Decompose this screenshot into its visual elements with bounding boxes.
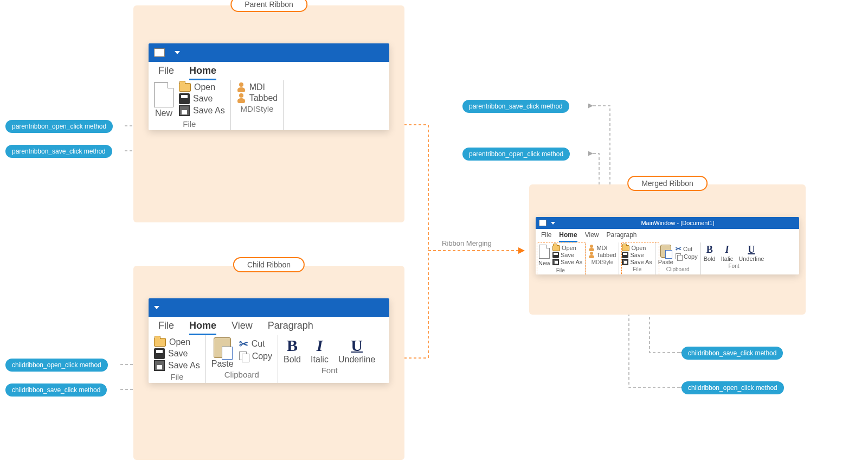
folder-icon [179, 83, 191, 92]
paste-button[interactable]: Paste [658, 245, 673, 265]
group-label-font: Font [729, 263, 740, 269]
merged-ribbon-titlebar: MainWindow - [Document1] [536, 217, 799, 229]
new-button[interactable]: New [538, 245, 550, 266]
pill-merged-parent-save: parentribbon_save_click method [462, 100, 569, 113]
cut-icon: ✂ [239, 337, 248, 350]
tabbed-button[interactable]: Tabbed [236, 93, 278, 103]
merged-title-badge: Merged Ribbon [627, 176, 708, 191]
tab-paragraph[interactable]: Paragraph [606, 231, 636, 242]
paste-button[interactable]: Paste [211, 337, 234, 369]
underline-icon: U [351, 337, 363, 354]
tab-view[interactable]: View [232, 320, 253, 335]
saveas-label: Save As [193, 106, 225, 116]
group-label-font: Font [322, 366, 338, 375]
open-label: Open [631, 245, 646, 251]
cut-button[interactable]: ✂ Cut [676, 245, 698, 253]
parent-group-file: New Open Save Save As [149, 80, 230, 130]
cut-button[interactable]: ✂ Cut [239, 337, 272, 350]
underline-button[interactable]: U Underline [738, 245, 764, 262]
mdi-button[interactable]: MDI [588, 245, 616, 251]
tab-file[interactable]: File [541, 231, 551, 242]
saveas-button[interactable]: Save As [552, 259, 582, 265]
open-button[interactable]: Open [622, 245, 652, 251]
italic-label: Italic [311, 355, 329, 365]
pill-child-save: childribbon_save_click method [5, 383, 107, 397]
app-icon [154, 48, 165, 57]
cut-label: Cut [683, 246, 692, 252]
mdi-button[interactable]: MDI [236, 82, 278, 92]
parent-ribbon-titlebar [149, 43, 389, 62]
tab-file[interactable]: File [158, 65, 174, 80]
merge-arrow-label: Ribbon Merging [442, 239, 492, 247]
mdi-label: MDI [249, 82, 265, 92]
tabbed-button[interactable]: Tabbed [588, 252, 616, 258]
italic-label: Italic [721, 255, 734, 262]
group-label-clipboard: Clipboard [666, 266, 690, 272]
group-label-file: File [170, 372, 183, 381]
italic-button[interactable]: I Italic [721, 245, 734, 262]
child-group-clipboard: Paste ✂ Cut Copy Clipboard [205, 335, 278, 383]
copy-button[interactable]: Copy [676, 253, 698, 260]
save-button[interactable]: Save [179, 93, 225, 104]
underline-button[interactable]: U Underline [338, 337, 375, 365]
qat-dropdown-icon[interactable] [175, 51, 180, 54]
open-label: Open [169, 337, 190, 347]
italic-icon: I [725, 245, 729, 254]
tabbed-label: Tabbed [596, 252, 616, 258]
new-document-icon [539, 245, 550, 259]
tab-home[interactable]: Home [189, 320, 216, 335]
pill-merged-child-open: childribbon_open_click method [681, 381, 784, 394]
group-label-file: File [556, 267, 565, 273]
folder-icon [552, 245, 560, 251]
save-button[interactable]: Save [552, 252, 582, 258]
bold-button[interactable]: B Bold [284, 337, 301, 365]
saveas-button[interactable]: Save As [622, 259, 652, 265]
user-icon [588, 245, 595, 251]
underline-icon: U [748, 245, 755, 254]
tab-view[interactable]: View [585, 231, 599, 242]
merged-panel: Merged Ribbon MainWindow - [Document1] F… [529, 184, 806, 315]
save-icon [622, 252, 628, 258]
open-button[interactable]: Open [179, 82, 225, 92]
copy-button[interactable]: Copy [239, 351, 272, 361]
open-label: Open [562, 245, 576, 251]
qat-dropdown-icon[interactable] [551, 222, 555, 225]
tab-home[interactable]: Home [559, 231, 577, 242]
saveas-label: Save As [630, 259, 652, 265]
save-button[interactable]: Save [622, 252, 652, 258]
merged-ribbon: MainWindow - [Document1] File Home View … [536, 217, 799, 274]
tab-paragraph[interactable]: Paragraph [268, 320, 313, 335]
pill-child-open: childribbon_open_click method [5, 359, 108, 372]
save-label: Save [561, 252, 574, 258]
italic-button[interactable]: I Italic [311, 337, 329, 365]
tab-home[interactable]: Home [189, 65, 216, 80]
saveas-button[interactable]: Save As [179, 105, 225, 116]
child-group-file: Open Save Save As File [149, 335, 205, 383]
saveas-icon [179, 105, 190, 116]
open-button[interactable]: Open [154, 337, 200, 347]
save-icon [179, 93, 190, 104]
user-icon [236, 82, 246, 92]
pill-merged-parent-open: parentribbon_open_click method [462, 148, 570, 161]
merged-group-clipboard: Paste ✂ Cut Copy Clipboard [655, 242, 700, 274]
new-button[interactable]: New [154, 82, 173, 118]
copy-label: Copy [684, 253, 698, 260]
mdi-label: MDI [596, 245, 607, 251]
open-button[interactable]: Open [552, 245, 582, 251]
child-ribbon-titlebar [149, 298, 389, 317]
merged-group-file-child: Open Save Save As File [619, 242, 654, 274]
bold-icon: B [706, 245, 713, 254]
save-button[interactable]: Save [154, 348, 200, 359]
save-icon [154, 348, 165, 359]
parent-panel: Parent Ribbon File Home New [133, 5, 404, 222]
saveas-label: Save As [561, 259, 582, 265]
child-ribbon-body: Open Save Save As File [149, 335, 389, 383]
qat-dropdown-icon[interactable] [154, 306, 159, 309]
saveas-button[interactable]: Save As [154, 360, 200, 371]
copy-label: Copy [252, 351, 272, 361]
underline-label: Underline [338, 355, 375, 365]
tab-file[interactable]: File [158, 320, 174, 335]
bold-button[interactable]: B Bold [704, 245, 716, 262]
new-label: New [155, 108, 172, 118]
underline-label: Underline [738, 255, 764, 262]
